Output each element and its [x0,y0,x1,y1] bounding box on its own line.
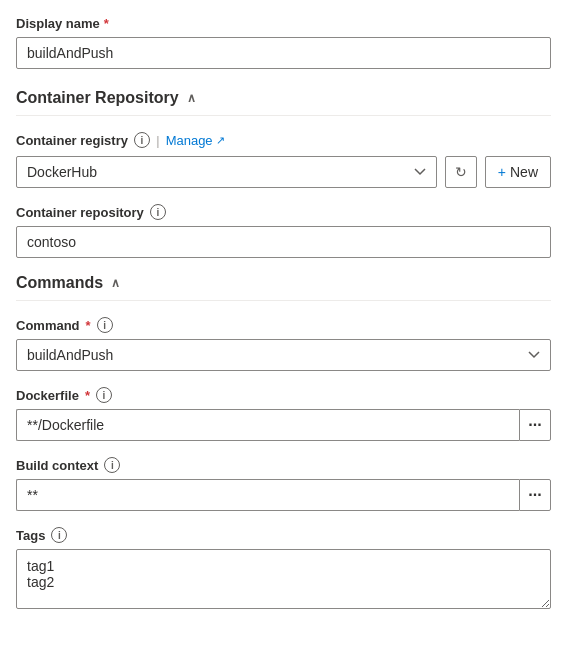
container-repository-info-icon[interactable]: i [150,204,166,220]
registry-dropdown-row: DockerHub Azure Container Registry ↻ + N… [16,156,551,188]
build-context-label-row: Build context i [16,457,551,473]
build-context-ellipsis-icon: ··· [528,486,541,504]
registry-refresh-button[interactable]: ↻ [445,156,477,188]
command-required-star: * [86,318,91,333]
build-context-browse-button[interactable]: ··· [519,479,551,511]
display-name-label: Display name * [16,16,551,31]
dockerfile-label-row: Dockerfile * i [16,387,551,403]
container-registry-info-icon[interactable]: i [134,132,150,148]
required-star: * [104,16,109,31]
dockerfile-label: Dockerfile [16,388,79,403]
display-name-section: Display name * [16,16,551,69]
build-context-label: Build context [16,458,98,473]
display-name-input[interactable] [16,37,551,69]
plus-icon: + [498,164,506,180]
display-name-text: Display name [16,16,100,31]
registry-new-button[interactable]: + New [485,156,551,188]
container-repository-input[interactable] [16,226,551,258]
manage-link-text: Manage [166,133,213,148]
refresh-icon: ↻ [455,164,467,180]
dockerfile-field: Dockerfile * i ··· [16,387,551,441]
tags-info-icon[interactable]: i [51,527,67,543]
build-context-input[interactable] [16,479,519,511]
registry-dropdown[interactable]: DockerHub Azure Container Registry [16,156,437,188]
dockerfile-info-icon[interactable]: i [96,387,112,403]
dockerfile-browse-button[interactable]: ··· [519,409,551,441]
dockerfile-input-row: ··· [16,409,551,441]
tags-textarea[interactable] [16,549,551,609]
container-repository-label-row: Container repository i [16,204,551,220]
commands-section-header: Commands ∧ [16,274,551,301]
dockerfile-input[interactable] [16,409,519,441]
container-registry-label: Container registry [16,133,128,148]
command-label-row: Command * i [16,317,551,333]
commands-title: Commands [16,274,103,292]
container-registry-row: Container registry i | Manage ↗ [16,132,551,148]
manage-link[interactable]: Manage ↗ [166,133,225,148]
build-context-info-icon[interactable]: i [104,457,120,473]
build-context-field: Build context i ··· [16,457,551,511]
container-repository-label: Container repository [16,205,144,220]
command-label: Command [16,318,80,333]
container-repository-field: Container repository i [16,204,551,258]
command-dropdown[interactable]: buildAndPush build push [16,339,551,371]
build-context-input-row: ··· [16,479,551,511]
container-repository-section-header: Container Repository ∧ [16,89,551,116]
tags-label-row: Tags i [16,527,551,543]
container-repository-title: Container Repository [16,89,179,107]
container-repository-chevron-icon[interactable]: ∧ [187,91,196,105]
commands-chevron-icon[interactable]: ∧ [111,276,120,290]
tags-field: Tags i [16,527,551,612]
external-link-icon: ↗ [216,134,225,147]
tags-label: Tags [16,528,45,543]
dockerfile-required-star: * [85,388,90,403]
ellipsis-icon: ··· [528,416,541,434]
registry-separator: | [156,133,160,148]
command-field: Command * i buildAndPush build push [16,317,551,371]
command-info-icon[interactable]: i [97,317,113,333]
new-button-label: New [510,164,538,180]
